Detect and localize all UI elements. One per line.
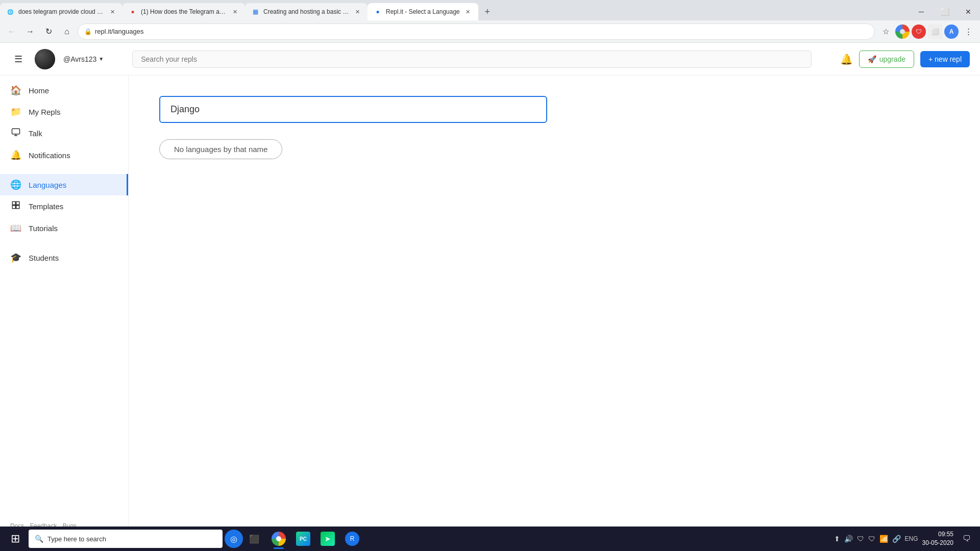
tab-3-close[interactable]: ✕ [353,8,361,16]
browser-chrome: 🌐 does telegram provide cloud sto... ✕ ●… [0,0,980,43]
speaker-icon[interactable]: 🔊 [844,535,853,543]
upgrade-icon: 🚀 [868,55,876,63]
search-repls-input[interactable] [132,51,811,68]
tab-4-close[interactable]: ✕ [464,8,472,16]
sidebar-item-my-repls[interactable]: 📁 My Repls [0,101,128,122]
tab-4-title: Repl.it - Select a Language [386,8,460,15]
arrow-app-icon: ➤ [321,532,335,546]
templates-icon [10,201,21,212]
sidebar-item-students-label: Students [29,254,59,262]
sidebar-item-notifications-label: Notifications [29,151,70,160]
extension-2-icon[interactable]: ⬜ [928,24,942,39]
sidebar-item-languages-label: Languages [29,181,66,189]
back-button[interactable]: ← [4,24,19,39]
svg-rect-0 [12,129,20,134]
book-icon: 📖 [10,222,21,234]
sidebar-item-home-label: Home [29,86,49,95]
new-repl-label: + new repl [928,55,962,63]
sidebar-item-tutorials-label: Tutorials [29,224,58,233]
clock-time: 09:55 [922,530,953,539]
sidebar-item-notifications[interactable]: 🔔 Notifications [0,144,128,166]
extension-1-icon[interactable]: 🛡 [912,24,926,39]
new-repl-button[interactable]: + new repl [920,51,970,67]
home-icon: 🏠 [10,85,21,96]
taskbar-search-icon: 🔍 [35,535,43,543]
tab-1-title: does telegram provide cloud sto... [18,8,104,15]
new-tab-button[interactable]: + [480,5,495,19]
taskbar-app-chrome[interactable] [267,528,290,550]
profile-icon[interactable]: A [944,24,959,39]
chromium-shield-icon[interactable] [895,24,910,39]
system-tray-icons: ⬆ 🔊 🛡 🛡 📶 🔗 [834,535,901,543]
app-container: ☰ @Avrs123 ▼ 🔔 🚀 upgrade + new repl 🏠 [0,43,980,551]
bookmark-button[interactable]: ☆ [878,24,893,39]
start-button[interactable]: ⊞ [4,528,27,550]
nav-actions: ☆ 🛡 ⬜ A ⋮ [878,24,976,39]
home-nav-button[interactable]: ⌂ [59,24,75,39]
taskbar-app-pycharm[interactable]: PC [292,528,314,550]
refresh-button[interactable]: ↻ [41,24,56,39]
sidebar-item-languages[interactable]: 🌐 Languages [0,174,128,195]
header-actions: 🔔 🚀 upgrade + new repl [840,51,970,68]
page-content: No languages by that name [129,76,980,551]
antivirus-icon[interactable]: 🛡 [868,535,875,543]
shield-sys-icon[interactable]: 🛡 [857,535,864,543]
address-text: repl.it/languages [95,28,143,35]
cortana-button[interactable]: ◎ [225,530,243,548]
lock-icon: 🔒 [84,28,92,35]
user-avatar[interactable] [35,49,55,69]
taskbar: ⊞ 🔍 Type here to search ◎ ⬛ PC ➤ R ⬆ 🔊 🛡… [0,527,980,551]
language-search-input[interactable] [159,96,547,123]
tab-3[interactable]: ▦ Creating and hosting a basic we... ✕ [245,3,368,20]
sidebar-spacer-1 [0,166,128,174]
taskbar-app-replit[interactable]: R [341,528,363,550]
tab-4-favicon: ● [374,8,382,16]
close-window-button[interactable]: ✕ [957,3,980,20]
tab-1-favicon: 🌐 [6,8,14,16]
sidebar-item-home[interactable]: 🏠 Home [0,80,128,101]
notifications-bell-icon[interactable]: 🔔 [840,53,853,65]
bell-icon: 🔔 [10,149,21,161]
taskbar-pinned-apps: PC ➤ R [267,528,363,550]
globe-icon: 🌐 [10,179,21,190]
forward-button[interactable]: → [22,24,38,39]
task-view-button[interactable]: ⬛ [245,530,263,548]
svg-rect-3 [12,202,15,205]
app-header: ☰ @Avrs123 ▼ 🔔 🚀 upgrade + new repl [0,43,980,76]
action-center-button[interactable]: 🗨 [958,530,976,548]
network-icon[interactable]: ⬆ [834,535,840,543]
wifi-icon[interactable]: 📶 [879,535,888,543]
tab-1[interactable]: 🌐 does telegram provide cloud sto... ✕ [0,3,122,20]
tab-2-close[interactable]: ✕ [231,8,239,16]
hamburger-menu-button[interactable]: ☰ [10,51,27,67]
taskbar-search-box[interactable]: 🔍 Type here to search [29,530,223,548]
vpn-icon[interactable]: 🔗 [892,535,901,543]
upgrade-button[interactable]: 🚀 upgrade [859,51,914,68]
more-options-button[interactable]: ⋮ [961,24,976,39]
sidebar-spacer-2 [0,239,128,247]
sidebar-item-templates-label: Templates [29,202,63,211]
no-results-message: No languages by that name [159,139,282,159]
tab-bar: 🌐 does telegram provide cloud sto... ✕ ●… [0,0,980,20]
tab-1-close[interactable]: ✕ [108,8,116,16]
username-label: @Avrs123 [63,55,96,63]
clock-date: 30-05-2020 [922,539,953,547]
address-bar[interactable]: 🔒 repl.it/languages [78,23,875,40]
students-icon: 🎓 [10,252,21,263]
svg-rect-5 [12,206,15,209]
taskbar-app-arrow[interactable]: ➤ [316,528,339,550]
sidebar-item-tutorials[interactable]: 📖 Tutorials [0,217,128,239]
chevron-down-icon: ▼ [99,56,104,62]
avatar-image [35,49,55,69]
pycharm-app-icon: PC [296,532,310,546]
maximize-button[interactable]: ⬜ [933,3,957,20]
sidebar-item-students[interactable]: 🎓 Students [0,247,128,268]
language-indicator[interactable]: ENG [905,535,918,542]
minimize-button[interactable]: ─ [910,3,933,20]
tab-2[interactable]: ● (1) How does the Telegram app ... ✕ [122,3,245,20]
tab-4[interactable]: ● Repl.it - Select a Language ✕ [368,3,478,20]
user-menu[interactable]: @Avrs123 ▼ [63,55,104,63]
sidebar-item-templates[interactable]: Templates [0,195,128,217]
sidebar-item-my-repls-label: My Repls [29,108,61,116]
sidebar-item-talk[interactable]: Talk [0,122,128,144]
